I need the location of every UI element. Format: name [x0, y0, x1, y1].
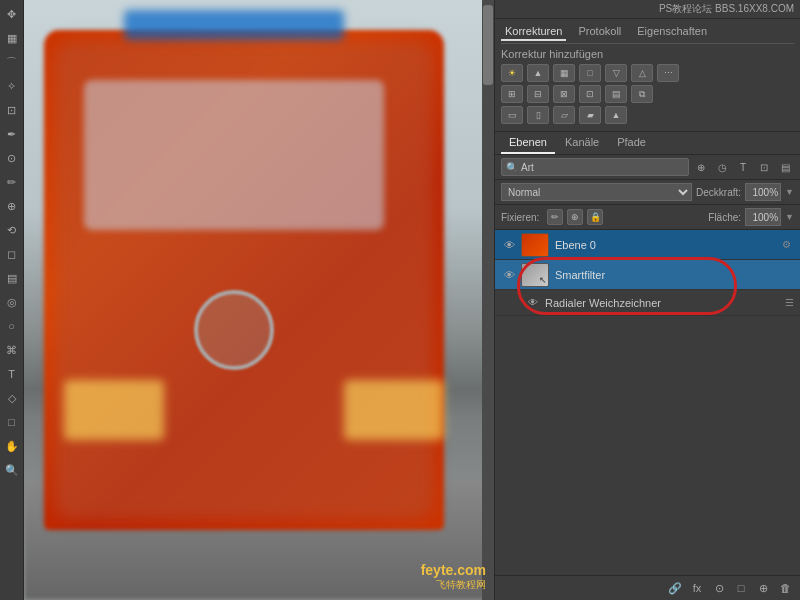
tool-marquee[interactable]: ▦ [2, 28, 22, 48]
tab-protokoll[interactable]: Protokoll [574, 23, 625, 41]
tab-pfade[interactable]: Pfade [609, 132, 654, 154]
layer-thumbnail-smartfilter: ↖ [521, 263, 549, 287]
opacity-label: Deckkraft: [696, 187, 741, 198]
adj-posterize[interactable]: ▤ [605, 85, 627, 103]
tab-korrekturen[interactable]: Korrekturen [501, 23, 566, 41]
adj-hue[interactable]: □ [579, 64, 601, 82]
tab-ebenen[interactable]: Ebenen [501, 132, 555, 154]
korrekturen-tabs: Korrekturen Protokoll Eigenschaften [501, 23, 794, 44]
search-icon: 🔍 [506, 162, 518, 173]
adj-colorlookup[interactable]: ⊠ [553, 85, 575, 103]
fix-icon-3[interactable]: 🔒 [587, 209, 603, 225]
adj-channelmixer[interactable]: ▱ [553, 106, 575, 124]
opacity-input[interactable] [745, 183, 781, 201]
adj-more[interactable]: ⋯ [657, 64, 679, 82]
canvas-image [24, 0, 494, 600]
tool-spot[interactable]: ⊙ [2, 148, 22, 168]
sublayer-item-radialer[interactable]: 👁 Radialer Weichzeichner ☰ [495, 290, 800, 316]
ebenen-section: Ebenen Kanäle Pfade 🔍 ⊕ ◷ T ⊡ ▤ Normal A… [495, 132, 800, 600]
truck-headlights-left [64, 380, 164, 440]
sublayer-visibility-radialer[interactable]: 👁 [525, 295, 541, 311]
tool-dodge[interactable]: ○ [2, 316, 22, 336]
fix-icon-2[interactable]: ⊕ [567, 209, 583, 225]
adj-vibrance[interactable]: ▽ [605, 64, 627, 82]
tool-path[interactable]: ◇ [2, 388, 22, 408]
korrektur-hinzufuegen-label: Korrektur hinzufügen [501, 48, 794, 60]
layer-filter-btn3[interactable]: T [734, 158, 752, 176]
fixieren-row: Fixieren: ✏ ⊕ 🔒 Fläche: ▼ [495, 205, 800, 230]
layer-search-input[interactable] [521, 162, 684, 173]
adj-colorbal[interactable]: △ [631, 64, 653, 82]
delete-layer-icon[interactable]: 🗑 [776, 579, 794, 597]
truck-emblem [194, 290, 274, 370]
adjustment-icons-row2: ⊞ ⊟ ⊠ ⊡ ▤ ⧉ [501, 85, 794, 103]
adj-brightness[interactable]: ☀ [501, 64, 523, 82]
adj-exposure[interactable]: ⊞ [501, 85, 523, 103]
adj-gradient2[interactable]: ▲ [605, 106, 627, 124]
tool-eraser[interactable]: ◻ [2, 244, 22, 264]
layer-filter-btn4[interactable]: ⊡ [755, 158, 773, 176]
tool-crop[interactable]: ⊡ [2, 100, 22, 120]
tool-clone[interactable]: ⊕ [2, 196, 22, 216]
tab-eigenschaften[interactable]: Eigenschaften [633, 23, 711, 41]
tool-zoom[interactable]: 🔍 [2, 460, 22, 480]
adj-levels[interactable]: ▦ [553, 64, 575, 82]
tool-shape[interactable]: □ [2, 412, 22, 432]
adj-gradientmap[interactable]: ▭ [501, 106, 523, 124]
tool-type[interactable]: T [2, 364, 22, 384]
korrekturen-section: Korrekturen Protokoll Eigenschaften Korr… [495, 19, 800, 132]
sublayer-name-radialer: Radialer Weichzeichner [545, 297, 661, 309]
layer-visibility-smartfilter[interactable]: 👁 [501, 267, 517, 283]
adj-threshold[interactable]: ⧉ [631, 85, 653, 103]
fix-icon-1[interactable]: ✏ [547, 209, 563, 225]
adj-invert[interactable]: ⊡ [579, 85, 601, 103]
left-toolbar: ✥ ▦ ⌒ ✧ ⊡ ✒ ⊙ ✏ ⊕ ⟲ ◻ ▤ ◎ ○ ⌘ T ◇ □ ✋ 🔍 [0, 0, 24, 600]
tool-gradient[interactable]: ▤ [2, 268, 22, 288]
adj-curves[interactable]: ▲ [527, 64, 549, 82]
layer-link-icon: ⚙ [778, 237, 794, 253]
tool-hand[interactable]: ✋ [2, 436, 22, 456]
tool-history[interactable]: ⟲ [2, 220, 22, 240]
adj-photofilter[interactable]: ▯ [527, 106, 549, 124]
tool-brush[interactable]: ✏ [2, 172, 22, 192]
layers-list: 👁 Ebene 0 ⚙ 👁 ↖ Smartfilter [495, 230, 800, 575]
panel-bottom-icons: 🔗 fx ⊙ □ ⊕ 🗑 [495, 575, 800, 600]
flaeche-arrow-icon[interactable]: ▼ [785, 212, 794, 222]
layer-name-smartfilter: Smartfilter [555, 269, 794, 281]
layer-filter-btn5[interactable]: ▤ [776, 158, 794, 176]
new-layer-icon[interactable]: ⊕ [754, 579, 772, 597]
blend-mode-select[interactable]: Normal Auflösen Abdunkeln [501, 183, 692, 201]
tool-pen[interactable]: ⌘ [2, 340, 22, 360]
adj-solidcolor[interactable]: ▰ [579, 106, 601, 124]
flaeche-input[interactable] [745, 208, 781, 226]
opacity-arrow-icon[interactable]: ▼ [785, 187, 794, 197]
tool-lasso[interactable]: ⌒ [2, 52, 22, 72]
tool-blur[interactable]: ◎ [2, 292, 22, 312]
adj-vibrance2[interactable]: ⊟ [527, 85, 549, 103]
panel-controls-row: 🔍 ⊕ ◷ T ⊡ ▤ [495, 155, 800, 180]
tab-kanaele[interactable]: Kanäle [557, 132, 607, 154]
website-text: PS教程论坛 BBS.16XX8.COM [659, 2, 794, 16]
add-mask-icon[interactable]: ⊙ [710, 579, 728, 597]
layer-filter-btn2[interactable]: ◷ [713, 158, 731, 176]
layer-item-smartfilter[interactable]: 👁 ↖ Smartfilter [495, 260, 800, 290]
layer-search-box[interactable]: 🔍 [501, 158, 689, 176]
canvas-scrollbar[interactable] [482, 0, 494, 600]
ebenen-tabs: Ebenen Kanäle Pfade [495, 132, 800, 155]
flaeche-label: Fläche: [708, 212, 741, 223]
layer-item-ebene0[interactable]: 👁 Ebene 0 ⚙ [495, 230, 800, 260]
create-link-icon[interactable]: 🔗 [666, 579, 684, 597]
canvas-scrollbar-thumb[interactable] [483, 5, 493, 85]
canvas-area: feyte.com 飞特教程网 [24, 0, 494, 600]
layer-filter-btn1[interactable]: ⊕ [692, 158, 710, 176]
tool-magic[interactable]: ✧ [2, 76, 22, 96]
truck-windshield [84, 80, 384, 230]
create-group-icon[interactable]: □ [732, 579, 750, 597]
layer-visibility-ebene0[interactable]: 👁 [501, 237, 517, 253]
sublayer-settings-icon[interactable]: ☰ [785, 297, 794, 308]
add-layer-style-icon[interactable]: fx [688, 579, 706, 597]
tool-eyedropper[interactable]: ✒ [2, 124, 22, 144]
tool-move[interactable]: ✥ [2, 4, 22, 24]
fixieren-label: Fixieren: [501, 212, 539, 223]
top-bar: PS教程论坛 BBS.16XX8.COM [495, 0, 800, 19]
